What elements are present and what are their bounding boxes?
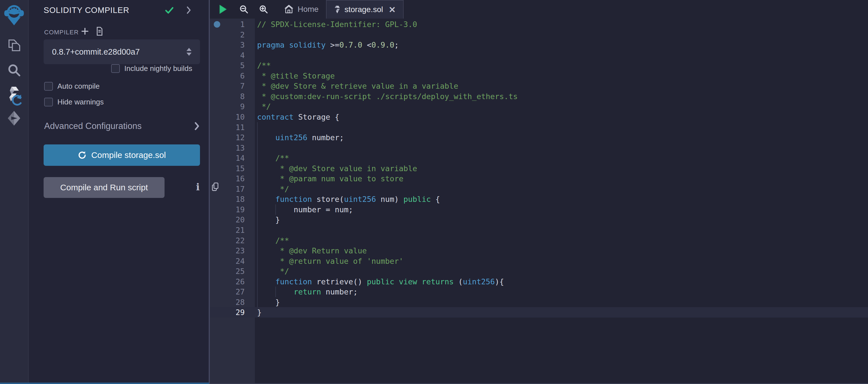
- line-number[interactable]: 18: [210, 194, 255, 204]
- compile-and-run-button[interactable]: Compile and Run script: [43, 177, 164, 198]
- compiler-version-select[interactable]: 0.8.7+commit.e28d00a7: [43, 39, 200, 64]
- code-text: * @return value of 'number': [257, 256, 403, 266]
- line-number[interactable]: 1: [210, 19, 255, 30]
- code-line[interactable]: 19 number = num;: [210, 204, 868, 215]
- deploy-run-icon[interactable]: [0, 110, 28, 126]
- checkbox-include-nightly[interactable]: Include nightly builds: [111, 64, 192, 73]
- line-number[interactable]: 3: [210, 40, 255, 50]
- line-number[interactable]: 9: [210, 101, 255, 112]
- line-number[interactable]: 10: [210, 112, 255, 122]
- line-number[interactable]: 14: [210, 153, 255, 163]
- code-line[interactable]: 12 uint256 number;: [210, 132, 868, 143]
- code-line[interactable]: 4: [210, 50, 868, 61]
- line-number[interactable]: 12: [210, 132, 255, 143]
- code-line[interactable]: 26 function retrieve() public view retur…: [210, 276, 868, 287]
- search-icon[interactable]: [0, 63, 28, 77]
- code-line[interactable]: 3pragma solidity >=0.7.0 <0.9.0;: [210, 40, 868, 50]
- code-line[interactable]: 24 * @return value of 'number': [210, 256, 868, 266]
- remix-logo-icon[interactable]: [0, 4, 28, 26]
- code-line[interactable]: 16 * @param num value to store: [210, 173, 868, 184]
- zoom-in-icon[interactable]: [259, 4, 268, 14]
- icon-sidebar: [0, 0, 29, 384]
- compile-button[interactable]: Compile storage.sol: [43, 144, 200, 166]
- add-compiler-icon[interactable]: [81, 27, 89, 35]
- code-line[interactable]: 5/**: [210, 60, 868, 71]
- line-number[interactable]: 24: [210, 256, 255, 266]
- code-text: contract Storage {: [257, 112, 340, 122]
- line-number[interactable]: 28: [210, 297, 255, 307]
- code-line[interactable]: 28 }: [210, 297, 868, 307]
- line-number[interactable]: 19: [210, 204, 255, 215]
- line-number[interactable]: 23: [210, 245, 255, 256]
- line-number[interactable]: 2: [210, 30, 255, 40]
- checkbox-hide-warnings[interactable]: Hide warnings: [44, 98, 104, 107]
- code-line[interactable]: 14 /**: [210, 153, 868, 163]
- code-line[interactable]: 1// SPDX-License-Identifier: GPL-3.0: [210, 19, 868, 30]
- remix-ide: SOLIDITY COMPILER COMPILER 0.8.7+commit.…: [0, 0, 868, 384]
- checkbox-auto-compile[interactable]: Auto compile: [44, 82, 99, 91]
- checkbox-box[interactable]: [44, 98, 53, 107]
- file-explorer-icon[interactable]: [0, 38, 28, 53]
- checkbox-box[interactable]: [111, 64, 120, 73]
- line-number[interactable]: 29: [210, 307, 255, 318]
- line-number[interactable]: 15: [210, 163, 255, 174]
- copy-icon[interactable]: [211, 182, 219, 192]
- editor-tabbar: Home storage.sol ✕: [210, 0, 868, 19]
- code-line[interactable]: 29}: [210, 307, 868, 318]
- line-number[interactable]: 21: [210, 225, 255, 235]
- code-line[interactable]: 15 * @dev Store value in variable: [210, 163, 868, 174]
- code-text: number = num;: [257, 204, 353, 215]
- code-line[interactable]: 9 */: [210, 101, 868, 112]
- code-text: function retrieve() public view returns …: [257, 276, 504, 287]
- code-text: * @dev Store & retrieve value in a varia…: [257, 81, 458, 91]
- info-icon[interactable]: i: [196, 181, 200, 193]
- code-line[interactable]: 2: [210, 30, 868, 40]
- line-number[interactable]: 7: [210, 81, 255, 91]
- panel-collapse-chevron-icon[interactable]: [186, 6, 192, 14]
- line-number[interactable]: 5: [210, 60, 255, 71]
- solidity-compiler-icon[interactable]: [0, 86, 28, 106]
- line-number[interactable]: 26: [210, 276, 255, 287]
- close-tab-icon[interactable]: ✕: [389, 5, 396, 14]
- code-line[interactable]: 20 }: [210, 214, 868, 225]
- code-line[interactable]: 27 return number;: [210, 287, 868, 297]
- code-line[interactable]: 6 * @title Storage: [210, 71, 868, 81]
- compiler-doc-icon[interactable]: [95, 26, 104, 36]
- indent-guide: [257, 225, 258, 235]
- code-text: */: [257, 266, 289, 276]
- code-line[interactable]: 8 * @custom:dev-run-script ./scripts/dep…: [210, 91, 868, 101]
- code-line[interactable]: 17 */: [210, 184, 868, 194]
- code-line[interactable]: 7 * @dev Store & retrieve value in a var…: [210, 81, 868, 91]
- code-text: * @dev Return value: [257, 245, 367, 256]
- run-script-play-icon[interactable]: [219, 4, 227, 14]
- line-number[interactable]: 27: [210, 287, 255, 297]
- refresh-icon: [78, 151, 87, 159]
- code-line[interactable]: 23 * @dev Return value: [210, 245, 868, 256]
- zoom-out-icon[interactable]: [239, 4, 249, 14]
- line-number[interactable]: 20: [210, 214, 255, 225]
- panel-editor-divider[interactable]: [209, 0, 210, 384]
- code-line[interactable]: 25 */: [210, 266, 868, 276]
- tab-home[interactable]: Home: [277, 0, 326, 19]
- checkbox-box[interactable]: [44, 82, 53, 91]
- code-text: }: [257, 214, 280, 225]
- solidity-file-icon: [334, 5, 341, 14]
- indent-guide: [257, 143, 258, 153]
- tab-storage-sol[interactable]: storage.sol ✕: [326, 0, 404, 19]
- line-number[interactable]: 6: [210, 71, 255, 81]
- code-line[interactable]: 22 /**: [210, 235, 868, 246]
- code-editor[interactable]: 1// SPDX-License-Identifier: GPL-3.023pr…: [210, 19, 868, 384]
- line-number[interactable]: 13: [210, 143, 255, 153]
- code-line[interactable]: 18 function store(uint256 num) public {: [210, 194, 868, 204]
- code-line[interactable]: 21: [210, 225, 868, 235]
- code-line[interactable]: 13: [210, 143, 868, 153]
- line-number[interactable]: 22: [210, 235, 255, 246]
- line-number[interactable]: 11: [210, 122, 255, 132]
- line-number[interactable]: 25: [210, 266, 255, 276]
- line-number[interactable]: 8: [210, 91, 255, 101]
- advanced-configurations-toggle[interactable]: Advanced Configurations: [44, 121, 200, 131]
- code-line[interactable]: 10contract Storage {: [210, 112, 868, 122]
- compiler-version-value: 0.8.7+commit.e28d00a7: [52, 47, 186, 57]
- line-number[interactable]: 4: [210, 50, 255, 61]
- code-line[interactable]: 11: [210, 122, 868, 132]
